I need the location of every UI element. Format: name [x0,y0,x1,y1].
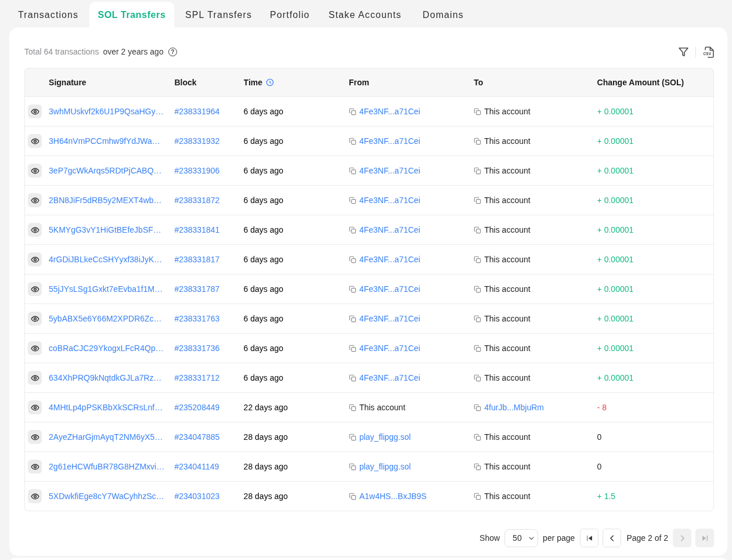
svg-text:CSV: CSV [703,51,711,55]
